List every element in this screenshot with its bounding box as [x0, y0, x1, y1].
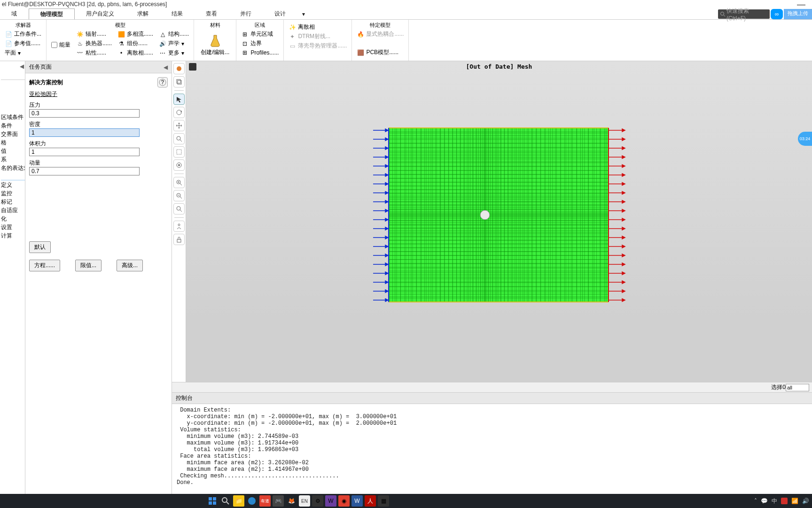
tree-item[interactable]: 格 [1, 138, 25, 147]
tool-probe[interactable] [173, 159, 185, 171]
structure-button[interactable]: △结构...... [157, 30, 191, 39]
tray-ime-icon[interactable] [781, 498, 788, 504]
momentum-input[interactable] [29, 167, 140, 175]
graphics-canvas[interactable]: [Out of Date] Mesh [186, 61, 812, 382]
tree-item[interactable]: 设置 [1, 223, 25, 231]
acoustics-button[interactable]: 🔊声学 ▾ [157, 39, 191, 48]
tray-volume-icon[interactable]: 🔊 [802, 498, 809, 504]
tray-wechat-icon[interactable]: 💬 [761, 498, 768, 504]
tab-view[interactable]: 查看 [195, 8, 229, 19]
cell-zones-button[interactable]: ⊞单元区域 [239, 30, 281, 39]
tree-item[interactable]: 监控 [1, 189, 25, 198]
search-taskbar-icon[interactable] [220, 495, 231, 507]
energy-checkbox[interactable]: 能量 [49, 40, 72, 49]
collapse-task-icon[interactable]: ◀ [164, 64, 168, 71]
bodyforce-input[interactable] [29, 148, 140, 156]
tray-up-icon[interactable]: ˄ [754, 498, 757, 504]
tray-lang-zh[interactable]: 中 [772, 497, 777, 505]
default-button[interactable]: 默认 [29, 241, 51, 253]
app-icon-2[interactable]: 🎮 [273, 495, 284, 507]
discrete-phase-button[interactable]: •离散相...... [116, 48, 155, 57]
tab-more[interactable]: ▾ [297, 8, 310, 19]
advanced-button[interactable]: 高级... [117, 260, 143, 271]
tree-item[interactable]: 条件 [1, 121, 25, 130]
tool-pan[interactable] [173, 120, 185, 131]
help-icon[interactable]: ? [157, 77, 168, 87]
create-edit-materials-button[interactable]: 创建/编辑... [197, 30, 233, 60]
tree-item[interactable]: 系 [1, 155, 25, 164]
minimize-icon[interactable]: — [797, 0, 810, 9]
app-icon-3[interactable]: ⚙ [312, 495, 323, 507]
tool-rotate[interactable] [173, 107, 185, 118]
hx-icon: ♨ [76, 40, 84, 48]
tool-copy[interactable] [173, 76, 185, 87]
collapse-tree-icon[interactable]: ◀ [20, 63, 24, 70]
more-models-button[interactable]: ⋯更多 ▾ [157, 48, 191, 57]
tab-udf[interactable]: 用户自定义 [75, 8, 126, 19]
tree-item[interactable]: 值 [1, 147, 25, 155]
explorer-icon[interactable]: 📁 [233, 495, 244, 507]
app-icon-1[interactable]: 有道 [259, 495, 271, 507]
cloud-button[interactable]: ∞ [771, 9, 783, 19]
tab-physics[interactable]: 物理模型 [29, 8, 75, 19]
multiphase-button[interactable]: 🟧多相流...... [116, 30, 155, 39]
density-input[interactable] [29, 128, 140, 137]
app-icon-6[interactable]: ▦ [378, 495, 389, 507]
edge-icon[interactable] [246, 495, 258, 507]
tree-item[interactable]: 标记 [1, 198, 25, 206]
person-icon [176, 223, 182, 230]
tab-solve[interactable]: 求解 [126, 8, 160, 19]
tool-logo-top[interactable] [173, 63, 185, 74]
tool-zoom-box[interactable] [173, 133, 185, 144]
drag-upload-button[interactable]: 拖拽上传 [784, 9, 812, 19]
boundaries-button[interactable]: ⊡边界 [239, 39, 281, 48]
app-icon-4[interactable]: W [325, 495, 336, 507]
start-icon[interactable] [207, 495, 218, 507]
tool-person[interactable] [173, 221, 185, 232]
tool-select-arrow[interactable] [173, 94, 185, 105]
tree-item[interactable]: 自适应 [1, 206, 25, 214]
ribbon-group-discrete: ✨离散相 ✦DTRM射线... ▭薄壳导热管理器...... [284, 20, 352, 61]
tree-item[interactable]: 区域条件 [1, 113, 25, 121]
tray-wifi-icon[interactable]: 📶 [791, 498, 798, 504]
lang-en-icon[interactable]: EN [299, 495, 310, 507]
tree-item[interactable]: 交界面 [1, 130, 25, 138]
viscous-button[interactable]: 〰粘性...... [74, 48, 114, 57]
species-button[interactable]: ⚗组份...... [116, 39, 155, 48]
timer-bubble[interactable]: 03:24 [798, 132, 812, 146]
tree-item[interactable]: 计算 [1, 231, 25, 240]
tool-zoom-fit[interactable] [173, 146, 185, 158]
pcb-model-button[interactable]: 🟫PCB模型...... [355, 48, 406, 57]
svg-text:?: ? [161, 79, 164, 86]
tab-domain[interactable]: 域 [0, 8, 29, 19]
selection-label: 选择0 [771, 383, 786, 391]
pdf-icon[interactable]: 人 [365, 495, 376, 507]
console-body[interactable]: Domain Extents: x-coordinate: min (m) = … [172, 404, 812, 494]
work-conditions-button[interactable]: 📄工作条件... [3, 30, 43, 39]
word-icon[interactable]: W [351, 495, 363, 507]
heatex-button[interactable]: ♨换热器...... [74, 39, 114, 48]
radiation-button[interactable]: ☀️辐射...... [74, 30, 114, 39]
tool-zoom-in[interactable] [173, 177, 185, 188]
tab-parallel[interactable]: 并行 [229, 8, 263, 19]
tree-item[interactable]: 名的表达式 [1, 164, 25, 172]
tool-lock[interactable] [173, 234, 185, 245]
tab-results[interactable]: 结果 [160, 8, 195, 19]
reference-values-button[interactable]: 📄参考值...... [3, 39, 43, 48]
selection-input[interactable] [786, 384, 809, 391]
momentum-label: 动量 [29, 159, 168, 167]
pressure-input[interactable] [29, 109, 140, 118]
app-icon-5[interactable]: ◉ [338, 495, 350, 507]
discrete-phase2-button[interactable]: ✨离散相 [287, 23, 349, 32]
tree-item[interactable]: 化 [1, 214, 25, 223]
limits-button[interactable]: 限值... [75, 260, 102, 271]
equations-button[interactable]: 方程...... [29, 260, 60, 271]
tree-item[interactable]: 定义 [1, 181, 25, 189]
firefox-icon[interactable]: 🦊 [286, 495, 297, 507]
tool-zoom-reset[interactable] [173, 203, 185, 214]
profiles-button[interactable]: ⊞Profiles...... [239, 48, 281, 57]
plane-dropdown[interactable]: 平面 ▾ [3, 48, 43, 57]
tab-design[interactable]: 设计 [263, 8, 297, 19]
search-box[interactable]: 快速搜索 (Ctrl+F) [718, 9, 770, 19]
tool-zoom-out[interactable] [173, 190, 185, 201]
